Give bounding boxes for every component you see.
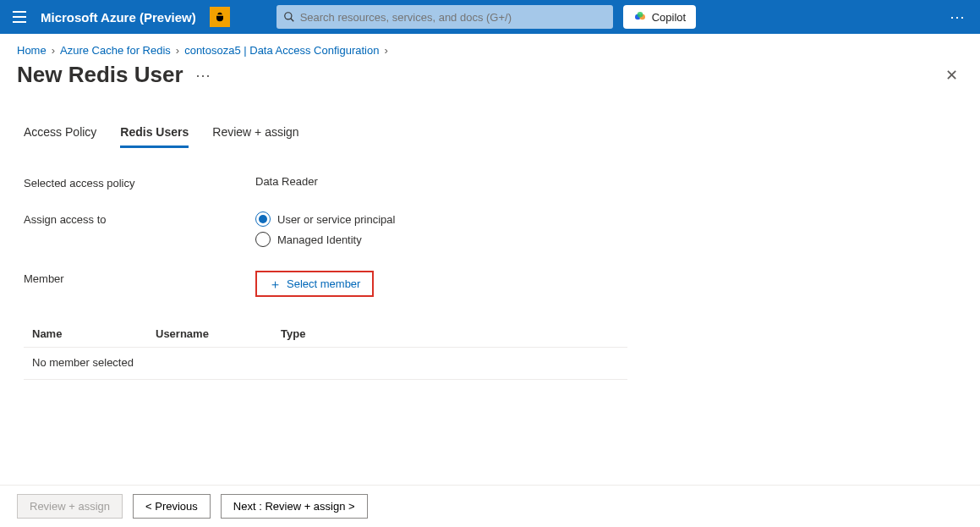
assign-label: Assign access to xyxy=(24,211,255,226)
form-area: Selected access policy Data Reader Assig… xyxy=(0,148,651,380)
chevron-right-icon: › xyxy=(384,44,387,57)
col-name: Name xyxy=(32,327,156,340)
radio-icon xyxy=(255,211,271,227)
selected-policy-label: Selected access policy xyxy=(24,175,255,189)
search-input[interactable] xyxy=(300,11,606,24)
select-member-label: Select member xyxy=(287,277,360,290)
copilot-icon xyxy=(633,10,647,24)
tab-redis-users[interactable]: Redis Users xyxy=(120,125,189,148)
breadcrumb-item[interactable]: Home xyxy=(17,44,47,57)
global-search[interactable] xyxy=(276,5,613,29)
chevron-right-icon: › xyxy=(52,44,55,57)
chevron-right-icon: › xyxy=(176,44,179,57)
previous-button[interactable]: < Previous xyxy=(133,494,211,519)
table-empty-row: No member selected xyxy=(24,348,627,380)
svg-rect-2 xyxy=(13,21,26,23)
plus-icon: ＋ xyxy=(269,277,282,290)
assign-option-user[interactable]: User or service principal xyxy=(255,211,627,227)
assign-option-label: User or service principal xyxy=(277,213,395,226)
footer-bar: Review + assign < Previous Next : Review… xyxy=(0,485,980,527)
members-table: Name Username Type No member selected xyxy=(24,327,627,380)
close-icon[interactable]: ✕ xyxy=(940,63,963,88)
search-icon xyxy=(283,11,295,23)
title-more-icon[interactable]: ⋯ xyxy=(195,66,212,85)
tab-access-policy[interactable]: Access Policy xyxy=(24,125,96,148)
member-label: Member xyxy=(24,271,255,285)
page-title: New Redis User xyxy=(17,62,183,88)
assign-option-managed[interactable]: Managed Identity xyxy=(255,232,627,247)
col-type: Type xyxy=(281,327,619,340)
col-username: Username xyxy=(156,327,281,340)
breadcrumb: Home › Azure Cache for Redis › contosoza… xyxy=(0,34,980,62)
breadcrumb-item[interactable]: contosoza5 | Data Access Configuration xyxy=(184,44,379,57)
tabs: Access Policy Redis Users Review + assig… xyxy=(0,93,980,148)
page-title-row: New Redis User ⋯ ✕ xyxy=(0,62,980,93)
select-member-button[interactable]: ＋ Select member xyxy=(255,271,374,297)
brand-label[interactable]: Microsoft Azure (Preview) xyxy=(41,10,196,25)
svg-rect-0 xyxy=(13,11,26,13)
copilot-label: Copilot xyxy=(652,11,686,24)
svg-point-7 xyxy=(637,12,643,18)
tab-review-assign[interactable]: Review + assign xyxy=(212,125,298,148)
preview-bug-icon[interactable] xyxy=(210,7,230,27)
menu-icon[interactable] xyxy=(7,4,32,30)
assign-option-label: Managed Identity xyxy=(277,233,362,246)
svg-rect-1 xyxy=(13,16,26,18)
next-button[interactable]: Next : Review + assign > xyxy=(221,494,368,519)
review-assign-button: Review + assign xyxy=(17,494,123,519)
table-empty-text: No member selected xyxy=(32,356,134,369)
table-header: Name Username Type xyxy=(24,327,627,348)
svg-point-3 xyxy=(284,13,291,19)
topbar: Microsoft Azure (Preview) Copilot ⋯ xyxy=(0,0,980,34)
copilot-button[interactable]: Copilot xyxy=(623,5,696,29)
svg-line-4 xyxy=(290,19,293,22)
selected-policy-value: Data Reader xyxy=(255,175,627,188)
more-icon[interactable]: ⋯ xyxy=(950,8,966,26)
breadcrumb-item[interactable]: Azure Cache for Redis xyxy=(60,44,171,57)
radio-icon xyxy=(255,232,271,247)
